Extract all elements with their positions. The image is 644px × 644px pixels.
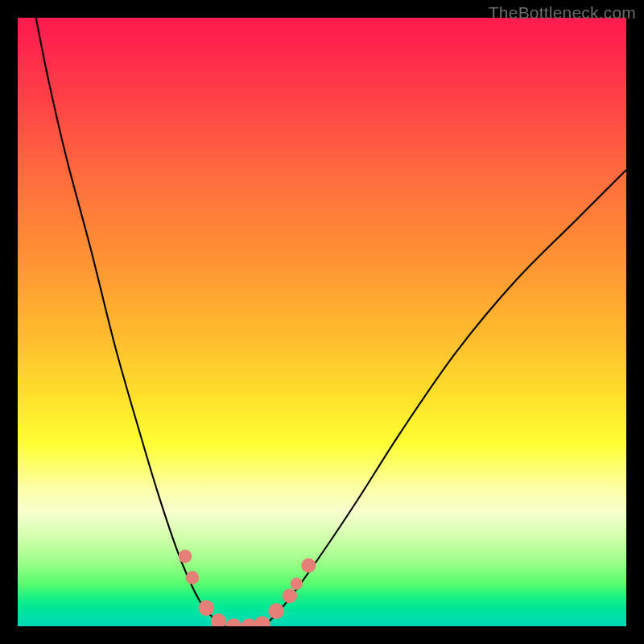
curve-marker [199, 600, 215, 616]
curve-marker [211, 613, 227, 626]
curve-marker [254, 616, 270, 626]
marker-group [179, 550, 316, 626]
curve-marker [301, 558, 316, 572]
curve-marker [186, 571, 200, 584]
curve-marker [268, 603, 284, 619]
curve-marker [291, 578, 303, 590]
watermark-text: TheBottleneck.com [489, 3, 636, 23]
curve-marker [226, 618, 242, 626]
plot-area [18, 18, 626, 626]
marker-layer [18, 18, 626, 626]
curve-marker [179, 550, 192, 564]
curve-marker [283, 588, 297, 603]
curve-marker [241, 618, 257, 626]
